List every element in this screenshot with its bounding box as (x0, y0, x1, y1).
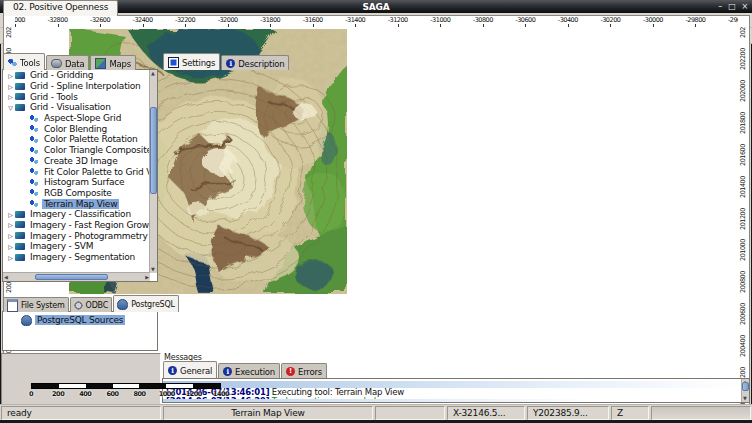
data-source-list-panel: PostgreSQL Sources (2, 311, 158, 351)
status-ready: ready (1, 406, 161, 420)
tab-maps[interactable]: Maps (90, 55, 136, 70)
messages-header: Messages (161, 352, 751, 363)
tree-item[interactable]: Aspect-Slope Grid (3, 113, 150, 124)
tree-item[interactable]: Color Blending (3, 123, 150, 134)
tool-icon (29, 199, 39, 208)
tree-item[interactable]: Histogram Surface (3, 177, 150, 188)
ruler-tick-label: -30200 (600, 16, 620, 24)
ruler-tick-label: 200800 (739, 265, 747, 299)
tree-item-label: Imagery - SVM (28, 241, 95, 251)
tree-item-label: Color Triangle Composite (42, 145, 150, 155)
tree-item[interactable]: Color Triangle Composite (3, 145, 150, 156)
tool-icon (15, 93, 25, 100)
map-tab[interactable]: 02. Positive Openness (3, 0, 118, 16)
tree-item[interactable]: Create 3D Image (3, 156, 150, 167)
tool-icon (15, 243, 25, 250)
tab-label: Errors (298, 367, 322, 377)
tree-item-label: Create 3D Image (42, 156, 119, 166)
expander-icon[interactable]: ▷ (6, 72, 15, 79)
tree-item[interactable]: Terrain Map View (3, 198, 150, 209)
expander-icon[interactable]: ▷ (6, 254, 15, 261)
scroll-down-icon[interactable]: ▼ (743, 395, 747, 402)
tree-item[interactable]: ▷ Imagery - Classification (3, 209, 150, 220)
window-controls: – □ × (718, 0, 748, 13)
tab-tools[interactable]: Tools (3, 53, 45, 70)
scale-label: 800 (134, 390, 146, 398)
tree-item[interactable]: Fit Color Palette to Grid Values (3, 166, 150, 177)
tab-errors[interactable]: Errors (281, 363, 327, 378)
tab-execution[interactable]: Execution (218, 363, 280, 378)
scroll-left-icon[interactable]: ◀ (4, 274, 8, 281)
tab-icon (51, 59, 62, 68)
scrollbar-thumb[interactable] (150, 107, 157, 194)
ruler-tick-label: -32800 (48, 16, 68, 24)
tab-label: Maps (109, 59, 131, 69)
tab-label: Data (65, 59, 85, 69)
data-source-item[interactable]: PostgreSQL Sources (3, 314, 157, 326)
ruler-tick-label: 201400 (739, 170, 747, 204)
tool-icon (29, 135, 39, 144)
scroll-right-icon[interactable]: ▶ (145, 274, 149, 281)
tree-horizontal-scrollbar[interactable]: ◀ ▶ (3, 272, 150, 281)
tab-description[interactable]: Description (221, 55, 289, 70)
scrollbar-thumb[interactable] (35, 274, 108, 280)
scrollbar-thumb[interactable] (742, 382, 749, 391)
tab-settings[interactable]: Settings (163, 53, 220, 70)
tool-icon (29, 188, 39, 197)
tree-item-label: Aspect-Slope Grid (42, 113, 123, 123)
tab-icon (74, 301, 83, 310)
tab-label: File System (21, 301, 65, 310)
ruler-tick-label: -31600 (303, 16, 323, 24)
maximize-button[interactable]: □ (728, 3, 735, 11)
tree-item[interactable]: RGB Composite (3, 188, 150, 199)
tree-vertical-scrollbar[interactable]: ▲ ▼ (149, 70, 157, 273)
expander-icon[interactable]: ▽ (6, 104, 15, 111)
tab-label: General (180, 366, 212, 376)
tab-icon (95, 58, 106, 69)
tree-item[interactable]: Color Palette Rotation (3, 134, 150, 145)
status-bar: ready Terrain Map View X-32146.5... Y202… (0, 404, 752, 421)
tab-label: Settings (182, 58, 215, 68)
tree-item[interactable]: ▷ Imagery - Photogrammetry (3, 230, 150, 241)
expander-icon[interactable]: ▷ (6, 243, 15, 250)
tree-item[interactable]: ▷ Grid - Gridding (3, 70, 150, 81)
minimize-button[interactable]: – (718, 3, 722, 11)
tab-label: Description (238, 59, 284, 69)
scale-label: 0 (29, 390, 33, 398)
tree-item[interactable]: ▷ Grid - Spline Interpolation (3, 81, 150, 92)
expander-icon[interactable]: ▷ (6, 221, 15, 228)
close-button[interactable]: × (741, 3, 748, 11)
expander-icon[interactable]: ▷ (6, 211, 15, 218)
ruler-tick-label: -32600 (90, 16, 110, 24)
tree-item-label: Grid - Visualisation (28, 102, 113, 112)
tab-odbc[interactable]: ODBC (70, 297, 113, 312)
tree-item[interactable]: ▷ Grid - Tools (3, 91, 150, 102)
tree-item[interactable]: ▷ Imagery - Fast Region Growing Al (3, 220, 150, 231)
tree-item[interactable]: ▽ Grid - Visualisation (3, 102, 150, 113)
messages-panel: Messages GeneralExecutionErrors [2014-06… (161, 352, 751, 404)
ruler-tick-label: -32200 (175, 16, 195, 24)
scroll-down-icon[interactable]: ▼ (151, 266, 155, 273)
tab-icon (7, 299, 18, 312)
expander-icon[interactable]: ▷ (6, 232, 15, 239)
tab-file-system[interactable]: File System (3, 297, 69, 312)
postgresql-icon (21, 315, 32, 326)
ruler-tick-label: -30800 (473, 16, 493, 24)
ruler-tick-label: -33000 (15, 16, 25, 24)
tool-icon (29, 124, 39, 133)
tab-general[interactable]: General (163, 361, 217, 378)
tree-item[interactable]: ▷ Imagery - SVM (3, 241, 150, 252)
tab-data[interactable]: Data (46, 55, 90, 70)
tab-postgresql[interactable]: PostgreSQL (113, 295, 179, 312)
expander-icon[interactable]: ▷ (6, 93, 15, 100)
tool-icon (29, 156, 39, 165)
messages-scrollbar[interactable]: ▲ ▼ (741, 379, 749, 402)
tree-item[interactable]: ▷ Imagery - Segmentation (3, 252, 150, 263)
scroll-up-icon[interactable]: ▲ (151, 70, 155, 77)
selected-log-row-partial (163, 399, 742, 402)
expander-icon[interactable]: ▷ (6, 83, 15, 90)
tab-icon (226, 59, 235, 68)
tree-item-label: Fit Color Palette to Grid Values (42, 167, 150, 177)
ruler-tick-label: 202200 (739, 42, 747, 76)
ruler-tick-label: 202000 (739, 74, 747, 108)
